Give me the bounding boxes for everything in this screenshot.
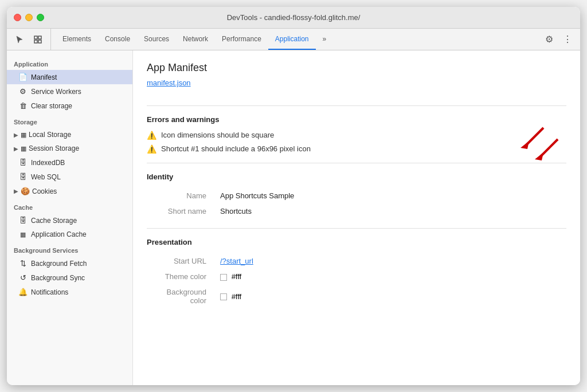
svg-marker-4: [521, 141, 529, 149]
manifest-icon: 📄: [18, 73, 28, 81]
presentation-title: Presentation: [147, 238, 566, 246]
start-url-value: /?start_url: [216, 253, 566, 269]
presentation-section: Presentation Start URL /?start_url Theme…: [147, 238, 566, 308]
identity-shortname-row: Short name Shortcuts: [147, 203, 566, 219]
divider: [147, 105, 566, 106]
error-item-1: ⚠️ Icon dimensions should be square: [147, 131, 498, 140]
session-storage-icon: ▦: [21, 145, 26, 152]
identity-name-value: App Shortcuts Sample: [216, 188, 566, 203]
errors-title: Errors and warnings: [147, 115, 566, 124]
svg-rect-3: [38, 40, 41, 43]
minimize-button[interactable]: [25, 14, 33, 21]
toolbar-right: ⚙ ⋮: [541, 29, 580, 50]
background-color-swatch[interactable]: [220, 293, 227, 300]
sidebar: Application 📄 Manifest ⚙ Service Workers…: [7, 50, 133, 385]
sidebar-item-manifest[interactable]: 📄 Manifest: [7, 70, 132, 84]
warning-icon-1: ⚠️: [147, 131, 156, 140]
divider-3: [147, 228, 566, 229]
identity-table: Name App Shortcuts Sample Short name Sho…: [147, 188, 566, 219]
manifest-link[interactable]: manifest.json: [147, 79, 191, 87]
cursor-tool-button[interactable]: [11, 32, 28, 48]
settings-button[interactable]: ⚙: [541, 32, 557, 48]
background-sync-icon: ↺: [18, 273, 28, 282]
warning-icon-2: ⚠️: [147, 144, 156, 154]
identity-shortname-label: Short name: [147, 203, 216, 219]
sidebar-item-cache-storage[interactable]: 🗄 Cache Storage: [7, 213, 132, 228]
sidebar-item-local-storage[interactable]: ▶ ▦ Local Storage: [7, 128, 132, 142]
background-color-value: #fff: [216, 284, 566, 308]
sidebar-item-web-sql[interactable]: 🗄 Web SQL: [7, 170, 132, 184]
identity-shortname-value: Shortcuts: [216, 203, 566, 219]
theme-color-value: #fff: [216, 269, 566, 284]
title-bar: DevTools - candied-flossy-fold.glitch.me…: [7, 7, 580, 29]
svg-rect-1: [38, 36, 41, 39]
error-item-2: ⚠️ Shortcut #1 should include a 96x96 pi…: [147, 144, 498, 154]
identity-name-row: Name App Shortcuts Sample: [147, 188, 566, 203]
page-title: App Manifest: [147, 62, 566, 74]
divider-2: [147, 163, 566, 163]
service-workers-icon: ⚙: [18, 87, 28, 96]
web-sql-icon: 🗄: [18, 173, 28, 181]
start-url-link[interactable]: /?start_url: [220, 257, 253, 265]
clear-storage-icon: 🗑: [18, 101, 28, 110]
tab-bar: Elements Console Sources Network Perform…: [7, 29, 580, 50]
tab-sources[interactable]: Sources: [137, 29, 176, 50]
maximize-button[interactable]: [37, 14, 44, 21]
sidebar-section-application: Application: [7, 55, 132, 70]
arrow-icon: ▶: [14, 132, 18, 138]
svg-rect-0: [34, 36, 37, 39]
application-cache-icon: ▦: [18, 231, 28, 238]
sidebar-item-background-sync[interactable]: ↺ Background Sync: [7, 271, 132, 285]
start-url-label: Start URL: [147, 253, 216, 269]
notifications-icon: 🔔: [18, 288, 28, 296]
start-url-row: Start URL /?start_url: [147, 253, 566, 269]
identity-section: Identity Name App Shortcuts Sample Short…: [147, 173, 566, 219]
close-button[interactable]: [14, 14, 21, 21]
theme-color-swatch[interactable]: [220, 274, 227, 281]
indexeddb-icon: 🗄: [18, 158, 28, 167]
arrow-icon: ▶: [14, 188, 18, 194]
sidebar-item-clear-storage[interactable]: 🗑 Clear storage: [7, 99, 132, 113]
arrow-icon: ▶: [14, 146, 18, 152]
background-color-label: Background color: [147, 284, 216, 308]
toolbar-left: [11, 29, 51, 50]
sidebar-item-notifications[interactable]: 🔔 Notifications: [7, 285, 132, 299]
identity-title: Identity: [147, 173, 566, 181]
sidebar-section-storage: Storage: [7, 113, 132, 128]
tab-performance[interactable]: Performance: [215, 29, 268, 50]
sidebar-item-service-workers[interactable]: ⚙ Service Workers: [7, 84, 132, 99]
more-options-button[interactable]: ⋮: [559, 32, 576, 48]
inspect-button[interactable]: [30, 32, 46, 48]
tab-network[interactable]: Network: [176, 29, 215, 50]
errors-section: Errors and warnings ⚠️ Icon dimensions s…: [147, 115, 566, 154]
devtools-window: DevTools - candied-flossy-fold.glitch.me…: [7, 7, 580, 385]
svg-marker-5: [535, 152, 543, 160]
cache-storage-icon: 🗄: [18, 216, 28, 225]
background-fetch-icon: ⇅: [18, 259, 28, 268]
window-title: DevTools - candied-flossy-fold.glitch.me…: [227, 13, 361, 22]
inspect-icon: [33, 35, 42, 44]
sidebar-item-application-cache[interactable]: ▦ Application Cache: [7, 228, 132, 241]
red-arrows-decoration: [492, 125, 566, 171]
content-area: App Manifest manifest.json Errors and wa…: [133, 50, 580, 385]
tab-elements[interactable]: Elements: [56, 29, 98, 50]
theme-color-label: Theme color: [147, 269, 216, 284]
sidebar-item-background-fetch[interactable]: ⇅ Background Fetch: [7, 256, 132, 271]
tab-console[interactable]: Console: [98, 29, 137, 50]
main-area: Application 📄 Manifest ⚙ Service Workers…: [7, 50, 580, 385]
tab-more[interactable]: »: [316, 29, 334, 50]
sidebar-item-cookies[interactable]: ▶ 🍪 Cookies: [7, 184, 132, 198]
sidebar-item-indexeddb[interactable]: 🗄 IndexedDB: [7, 155, 132, 170]
background-color-row: Background color #fff: [147, 284, 566, 308]
theme-color-row: Theme color #fff: [147, 269, 566, 284]
presentation-table: Start URL /?start_url Theme color #fff: [147, 253, 566, 308]
cursor-icon: [15, 35, 24, 44]
sidebar-item-session-storage[interactable]: ▶ ▦ Session Storage: [7, 142, 132, 155]
traffic-lights: [14, 14, 44, 21]
cookies-icon: 🍪: [21, 187, 30, 195]
local-storage-icon: ▦: [21, 131, 26, 139]
tab-application[interactable]: Application: [268, 29, 316, 50]
identity-name-label: Name: [147, 188, 216, 203]
sidebar-section-cache: Cache: [7, 198, 132, 213]
svg-rect-2: [34, 40, 37, 43]
